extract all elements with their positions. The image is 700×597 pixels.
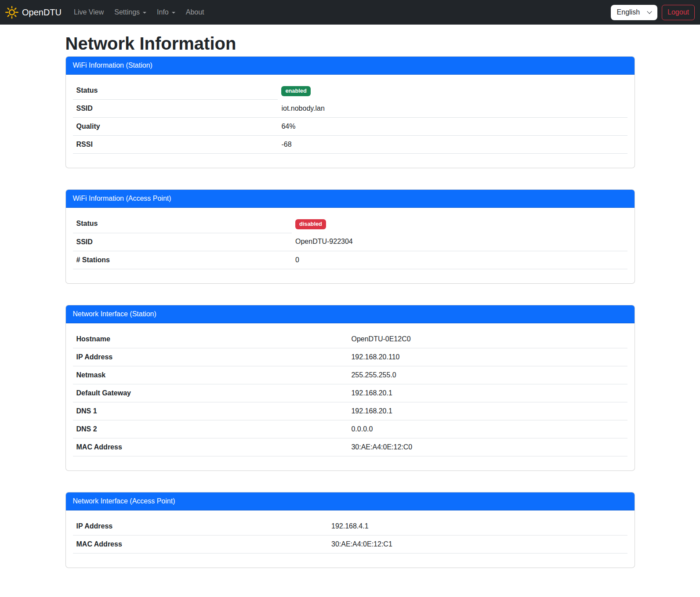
logout-button[interactable]: Logout	[662, 5, 695, 20]
nav-item-label: Live View	[74, 7, 104, 18]
nav-item-about[interactable]: About	[182, 4, 208, 21]
row-label: IP Address	[73, 348, 348, 366]
row-value: OpenDTU-0E12C0	[348, 330, 627, 348]
row-value: iot.nobody.lan	[278, 100, 627, 118]
row-label: SSID	[73, 100, 278, 118]
info-table: Status disabled SSID OpenDTU-922304 # St…	[73, 215, 627, 269]
row-label: Status	[73, 82, 278, 100]
nav-item-settings[interactable]: Settings	[111, 4, 150, 21]
language-select[interactable]: English	[611, 5, 657, 20]
table-row: Status disabled	[73, 215, 627, 233]
table-row: IP Address 192.168.20.110	[73, 348, 627, 366]
row-value: 0	[292, 251, 627, 269]
row-value: disabled	[292, 215, 627, 233]
table-row: IP Address 192.168.4.1	[73, 517, 627, 535]
table-row: Hostname OpenDTU-0E12C0	[73, 330, 627, 348]
row-label: IP Address	[73, 517, 328, 535]
card-body: Hostname OpenDTU-0E12C0 IP Address 192.1…	[66, 323, 635, 470]
caret-down-icon	[172, 12, 175, 14]
row-label: MAC Address	[73, 535, 328, 553]
info-table: Hostname OpenDTU-0E12C0 IP Address 192.1…	[73, 330, 627, 456]
info-card-network-interface-access-point: Network Interface (Access Point) IP Addr…	[65, 492, 635, 568]
status-badge: enabled	[281, 86, 310, 96]
brand-label: OpenDTU	[22, 6, 62, 19]
row-value: 64%	[278, 118, 627, 136]
nav-menu: Live View Settings Info About	[69, 4, 210, 21]
info-table: IP Address 192.168.4.1 MAC Address 30:AE…	[73, 517, 627, 554]
info-table: Status enabled SSID iot.nobody.lan Quali…	[73, 82, 627, 154]
caret-down-icon	[143, 12, 146, 14]
row-value: -68	[278, 136, 627, 154]
row-label: RSSI	[73, 136, 278, 154]
row-label: DNS 1	[73, 402, 348, 420]
navbar: OpenDTU Live View Settings Info About En…	[0, 0, 700, 25]
nav-item-label: Info	[157, 7, 169, 18]
row-value: 0.0.0.0	[348, 420, 627, 438]
row-value: 30:AE:A4:0E:12:C0	[348, 438, 627, 456]
card-header: Network Interface (Station)	[66, 305, 635, 323]
row-label: Netmask	[73, 366, 348, 384]
nav-item-info[interactable]: Info	[153, 4, 179, 21]
row-label: # Stations	[73, 251, 292, 269]
row-label: SSID	[73, 233, 292, 251]
info-card-network-interface-station: Network Interface (Station) Hostname Ope…	[65, 305, 635, 471]
table-row: SSID iot.nobody.lan	[73, 100, 627, 118]
table-row: MAC Address 30:AE:A4:0E:12:C0	[73, 438, 627, 456]
card-body: Status disabled SSID OpenDTU-922304 # St…	[66, 208, 635, 283]
card-body: IP Address 192.168.4.1 MAC Address 30:AE…	[66, 510, 635, 568]
row-value: OpenDTU-922304	[292, 233, 627, 251]
language-selected-label: English	[617, 7, 640, 18]
row-value: 192.168.4.1	[328, 517, 627, 535]
row-value: 192.168.20.1	[348, 402, 627, 420]
row-label: Quality	[73, 118, 278, 136]
brand-link[interactable]: OpenDTU	[5, 6, 62, 19]
table-row: SSID OpenDTU-922304	[73, 233, 627, 251]
card-body: Status enabled SSID iot.nobody.lan Quali…	[66, 75, 635, 168]
info-card-wifi-information-station: WiFi Information (Station) Status enable…	[65, 56, 635, 168]
row-value: 192.168.20.1	[348, 384, 627, 402]
table-row: RSSI -68	[73, 136, 627, 154]
row-label: Default Gateway	[73, 384, 348, 402]
card-header: Network Interface (Access Point)	[66, 492, 635, 510]
chevron-down-icon	[647, 9, 652, 14]
table-row: Status enabled	[73, 82, 627, 100]
sun-logo-icon	[5, 6, 18, 19]
table-row: # Stations 0	[73, 251, 627, 269]
cards: WiFi Information (Station) Status enable…	[65, 56, 635, 568]
row-value: enabled	[278, 82, 627, 100]
card-header: WiFi Information (Station)	[66, 57, 635, 75]
nav-item-label: Settings	[114, 7, 140, 18]
table-row: DNS 2 0.0.0.0	[73, 420, 627, 438]
status-badge: disabled	[295, 219, 326, 229]
row-label: Status	[73, 215, 292, 233]
page-title: Network Information	[65, 33, 635, 54]
info-card-wifi-information-access-point: WiFi Information (Access Point) Status d…	[65, 189, 635, 283]
row-label: Hostname	[73, 330, 348, 348]
table-row: MAC Address 30:AE:A4:0E:12:C1	[73, 535, 627, 553]
table-row: Quality 64%	[73, 118, 627, 136]
row-value: 255.255.255.0	[348, 366, 627, 384]
row-label: DNS 2	[73, 420, 348, 438]
main-content: Network Information WiFi Information (St…	[60, 25, 640, 597]
nav-item-label: About	[186, 7, 204, 18]
table-row: DNS 1 192.168.20.1	[73, 402, 627, 420]
row-value: 192.168.20.110	[348, 348, 627, 366]
table-row: Default Gateway 192.168.20.1	[73, 384, 627, 402]
row-label: MAC Address	[73, 438, 348, 456]
card-header: WiFi Information (Access Point)	[66, 190, 635, 208]
table-row: Netmask 255.255.255.0	[73, 366, 627, 384]
row-value: 30:AE:A4:0E:12:C1	[328, 535, 627, 553]
nav-item-live-view[interactable]: Live View	[70, 4, 107, 21]
